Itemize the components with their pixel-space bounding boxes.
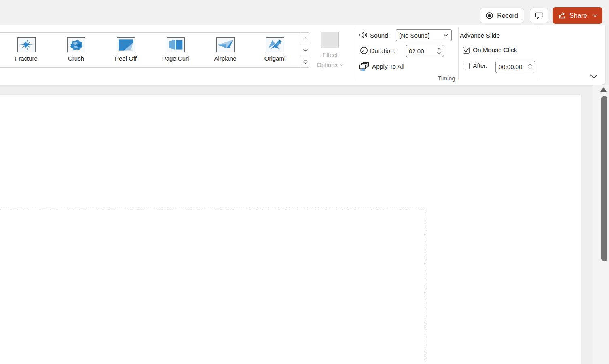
scrollbar-up-arrow-icon[interactable] (600, 87, 607, 92)
share-chevron-down-icon[interactable] (593, 14, 597, 17)
transitions-ribbon-panel: Fracture Crush Peel Off (0, 25, 605, 85)
comments-button[interactable] (530, 8, 548, 23)
gallery-more-icon (303, 60, 308, 64)
origami-transition-icon (266, 37, 284, 52)
transition-label: Peel Off (115, 55, 137, 62)
transition-label: Crush (68, 55, 84, 62)
transition-item-origami[interactable]: Origami (252, 37, 298, 62)
effect-options-button[interactable]: Effect Options (308, 31, 352, 69)
clock-icon (360, 46, 368, 56)
advance-slide-heading: Advance Slide (460, 30, 500, 41)
record-icon (486, 12, 493, 19)
comment-icon (535, 11, 544, 20)
on-mouse-click-checkbox[interactable] (463, 47, 470, 54)
group-separator (458, 27, 459, 80)
transition-item-crush[interactable]: Crush (53, 37, 99, 62)
group-separator (353, 27, 353, 80)
content-placeholder-border-top (0, 210, 424, 210)
scrollbar-thumb[interactable] (601, 96, 607, 261)
effect-options-chevron-down-icon (340, 64, 343, 66)
effect-options-label-line1: Effect (308, 51, 352, 59)
transition-label: Origami (264, 55, 286, 62)
share-button-label: Share (569, 12, 587, 19)
transition-item-airplane[interactable]: Airplane (202, 37, 249, 62)
timing-group-label: Timing (353, 75, 540, 82)
share-button[interactable]: Share (553, 7, 602, 24)
apply-to-all-icon (359, 62, 369, 73)
duration-spin-down-icon[interactable] (437, 52, 441, 54)
duration-spin-up-icon[interactable] (437, 48, 441, 50)
title-bar: Record Share (0, 0, 609, 25)
after-spinbox (495, 61, 535, 73)
transition-item-fracture[interactable]: Fracture (3, 37, 50, 62)
transition-item-peel-off[interactable]: Peel Off (102, 37, 149, 62)
after-label[interactable]: After: (473, 61, 488, 71)
sound-label: Sound: (370, 30, 390, 41)
after-time-input[interactable] (496, 63, 527, 70)
apply-to-all-button[interactable]: Apply To All (372, 61, 404, 72)
duration-spinbox (406, 45, 444, 57)
duration-input[interactable] (406, 48, 436, 55)
effect-options-icon (321, 32, 339, 48)
ribbon-shadow (0, 85, 609, 87)
airplane-transition-icon (216, 37, 235, 52)
dropdown-chevron-down-icon (444, 34, 448, 37)
slide[interactable] (0, 94, 581, 364)
duration-label: Duration: (370, 46, 395, 56)
record-button-label: Record (497, 12, 518, 19)
collapse-ribbon-chevron-icon (590, 74, 598, 79)
after-spin-down-icon[interactable] (528, 67, 532, 70)
scroll-down-icon (303, 49, 308, 52)
share-icon (558, 12, 566, 19)
fracture-transition-icon (17, 37, 36, 52)
on-mouse-click-label[interactable]: On Mouse Click (473, 45, 517, 55)
transition-label: Fracture (15, 55, 38, 62)
content-placeholder-border-right (424, 210, 424, 364)
after-spin-up-icon[interactable] (528, 64, 532, 66)
powerpoint-window: Record Share (0, 0, 609, 364)
group-separator (540, 27, 540, 80)
checkmark-icon (464, 48, 469, 53)
collapse-ribbon-button[interactable] (587, 72, 600, 81)
speaker-icon (359, 31, 368, 41)
transition-label: Page Curl (162, 55, 189, 62)
page-curl-transition-icon (167, 37, 185, 52)
sound-dropdown-value: [No Sound] (399, 32, 444, 39)
slide-editing-area (0, 85, 609, 364)
transition-label: Airplane (214, 55, 236, 62)
after-checkbox[interactable] (463, 63, 470, 69)
scroll-up-icon (303, 37, 308, 40)
peel-off-transition-icon (117, 37, 135, 52)
transition-item-page-curl[interactable]: Page Curl (152, 37, 199, 62)
crush-transition-icon (67, 37, 85, 52)
effect-options-label-line2: Options (317, 61, 338, 69)
sound-dropdown[interactable]: [No Sound] (396, 29, 452, 41)
record-button[interactable]: Record (480, 8, 524, 23)
